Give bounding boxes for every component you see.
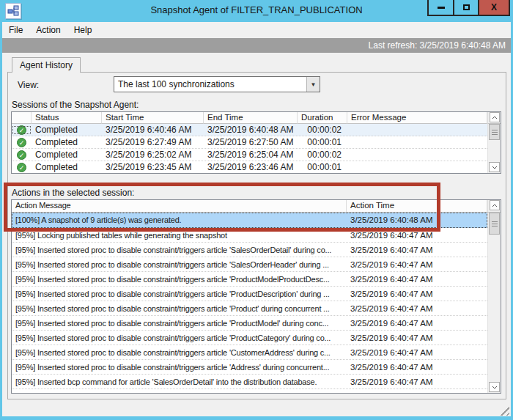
table-row[interactable]: ✓ Completed 3/25/2019 6:27:49 AM 3/25/20…	[12, 136, 487, 149]
table-row[interactable]: [95%] Inserted bcp command for article '…	[12, 389, 487, 394]
view-dropdown[interactable]: The last 100 synchronizations ▼	[114, 76, 320, 92]
session-start: 3/25/2019 6:23:45 AM	[102, 162, 204, 172]
action-message: [95%] Inserted stored proc to disable co…	[12, 334, 347, 342]
snapshot-agent-window: Snapshot Agent of FILTER_TRAN_PUBLICATIO…	[0, 0, 513, 420]
session-end: 3/25/2019 6:25:04 AM	[204, 150, 298, 160]
scrollbar-thumb[interactable]	[489, 124, 500, 140]
action-message: [95%] Inserted stored proc to disable co…	[12, 348, 347, 357]
resize-grip[interactable]	[498, 405, 509, 416]
scroll-up-icon[interactable]	[490, 112, 500, 122]
action-time: 3/25/2019 6:40:47 AM	[347, 363, 487, 372]
window-border-left	[0, 22, 2, 420]
scrollbar-track[interactable]	[488, 140, 501, 161]
sessions-header-duration[interactable]: Duration	[298, 112, 347, 124]
scroll-down-icon[interactable]	[489, 162, 500, 172]
action-time: 3/25/2019 6:40:47 AM	[347, 348, 487, 357]
actions-table: Action Message Action Time [100%] A snap…	[11, 199, 501, 394]
action-time: 3/25/2019 6:40:47 AM	[347, 319, 487, 328]
table-row[interactable]: [95%] Inserted stored proc to disable co…	[12, 316, 487, 331]
scroll-up-icon[interactable]	[490, 200, 500, 210]
window-border-bottom	[0, 416, 513, 420]
session-end: 3/25/2019 6:27:50 AM	[204, 137, 298, 147]
action-time: 3/25/2019 6:40:47 AM	[347, 246, 487, 254]
table-row-selected[interactable]: [100%] A snapshot of 9 article(s) was ge…	[12, 213, 487, 228]
actions-scrollbar-top[interactable]	[487, 200, 501, 213]
scroll-down-icon[interactable]	[489, 382, 500, 392]
action-time: 3/25/2019 6:40:47 AM	[347, 275, 487, 284]
table-row[interactable]: [95%] Inserted stored proc to disable co…	[12, 272, 487, 287]
session-end: 3/25/2019 6:40:48 AM	[204, 125, 298, 135]
menu-action[interactable]: Action	[29, 22, 67, 38]
chevron-down-icon[interactable]: ▼	[306, 77, 320, 92]
action-message: [95%] Inserted stored proc to disable co…	[12, 319, 347, 328]
menu-help[interactable]: Help	[67, 22, 99, 38]
view-label: View:	[18, 80, 39, 90]
session-status: Completed	[32, 137, 102, 147]
last-refresh-bar: Last refresh: 3/25/2019 6:40:48 AM	[2, 38, 511, 53]
action-time: 3/25/2019 6:40:47 AM	[347, 290, 487, 298]
table-row[interactable]: ✓ Completed 3/25/2019 6:23:45 AM 3/25/20…	[12, 161, 487, 174]
sessions-header-end[interactable]: End Time	[204, 112, 298, 124]
action-message: [95%] Inserted stored proc to disable co…	[12, 260, 347, 269]
scrollbar-thumb[interactable]	[489, 213, 500, 235]
action-message: [95%] Inserted stored proc to disable co…	[12, 363, 347, 372]
session-duration: 00:00:02	[298, 125, 347, 135]
table-row[interactable]: [95%] Inserted stored proc to disable co…	[12, 331, 487, 345]
action-message: [95%] Inserted bcp command for article '…	[12, 392, 347, 394]
action-message: [95%] Inserted stored proc to disable co…	[12, 290, 347, 298]
action-message: [95%] Inserted stored proc to disable co…	[12, 275, 347, 284]
action-message: [100%] A snapshot of 9 article(s) was ge…	[12, 215, 347, 224]
table-row[interactable]: [95%] Inserted stored proc to disable co…	[12, 301, 487, 316]
minimize-icon	[438, 7, 445, 9]
table-row[interactable]: ✓ Completed 3/25/2019 6:40:46 AM 3/25/20…	[12, 124, 487, 136]
table-row[interactable]: [95%] Inserted stored proc to disable co…	[12, 360, 487, 375]
table-row[interactable]: [95%] Inserted stored proc to disable co…	[12, 257, 487, 272]
scrollbar-track[interactable]	[488, 235, 501, 381]
sessions-scrollbar[interactable]	[487, 124, 501, 173]
action-time: 3/25/2019 6:40:47 AM	[347, 392, 487, 394]
actions-header-message[interactable]: Action Message	[12, 200, 347, 213]
sessions-header-icon[interactable]	[12, 112, 32, 124]
maximize-icon	[463, 4, 470, 10]
actions-header-time[interactable]: Action Time	[347, 200, 487, 213]
session-start: 3/25/2019 6:25:02 AM	[102, 150, 204, 160]
sessions-header-status[interactable]: Status	[32, 112, 102, 124]
action-time: 3/25/2019 6:40:47 AM	[347, 334, 487, 342]
session-duration: 00:00:01	[298, 162, 347, 172]
minimize-button[interactable]	[427, 0, 454, 16]
table-row[interactable]: [95%] Locking published tables while gen…	[12, 228, 487, 243]
menu-file[interactable]: File	[2, 22, 29, 38]
session-status: Completed	[32, 162, 102, 172]
table-row[interactable]: [95%] Inserted stored proc to disable co…	[12, 345, 487, 360]
action-message: [95%] Locking published tables while gen…	[12, 231, 347, 240]
sessions-scrollbar-top[interactable]	[487, 112, 501, 124]
action-time: 3/25/2019 6:40:47 AM	[347, 231, 487, 240]
completed-check-icon: ✓	[12, 163, 32, 172]
action-message: [95%] Inserted stored proc to disable co…	[12, 304, 347, 313]
table-row[interactable]: [95%] Inserted bcp command for article '…	[12, 375, 487, 389]
session-duration: 00:00:01	[298, 137, 347, 147]
sessions-label: Sessions of the Snapshot Agent:	[12, 100, 139, 110]
sessions-header-error[interactable]: Error Message	[347, 112, 487, 124]
sessions-header-start[interactable]: Start Time	[102, 112, 204, 124]
action-message: [95%] Inserted bcp command for article '…	[12, 377, 347, 386]
menubar: File Action Help	[2, 22, 511, 38]
session-start: 3/25/2019 6:40:46 AM	[102, 125, 204, 135]
table-row[interactable]: ✓ Completed 3/25/2019 6:25:02 AM 3/25/20…	[12, 149, 487, 161]
close-button[interactable]: X	[478, 0, 510, 16]
titlebar[interactable]: Snapshot Agent of FILTER_TRAN_PUBLICATIO…	[0, 0, 513, 22]
actions-header-row: Action Message Action Time	[12, 200, 501, 213]
session-start: 3/25/2019 6:27:49 AM	[102, 137, 204, 147]
table-row[interactable]: [95%] Inserted stored proc to disable co…	[12, 243, 487, 257]
maximize-button[interactable]	[453, 0, 479, 16]
table-row[interactable]: [95%] Inserted stored proc to disable co…	[12, 287, 487, 301]
completed-check-icon: ✓	[12, 138, 32, 147]
sessions-header-row: Status Start Time End Time Duration Erro…	[12, 112, 501, 124]
action-message: [95%] Inserted stored proc to disable co…	[12, 246, 347, 254]
tab-agent-history[interactable]: Agent History	[12, 57, 81, 73]
action-time: 3/25/2019 6:40:47 AM	[347, 377, 487, 386]
session-status: Completed	[32, 150, 102, 160]
session-end: 3/25/2019 6:23:46 AM	[204, 162, 298, 172]
actions-scrollbar[interactable]	[487, 213, 501, 393]
action-time: 3/25/2019 6:40:47 AM	[347, 260, 487, 269]
